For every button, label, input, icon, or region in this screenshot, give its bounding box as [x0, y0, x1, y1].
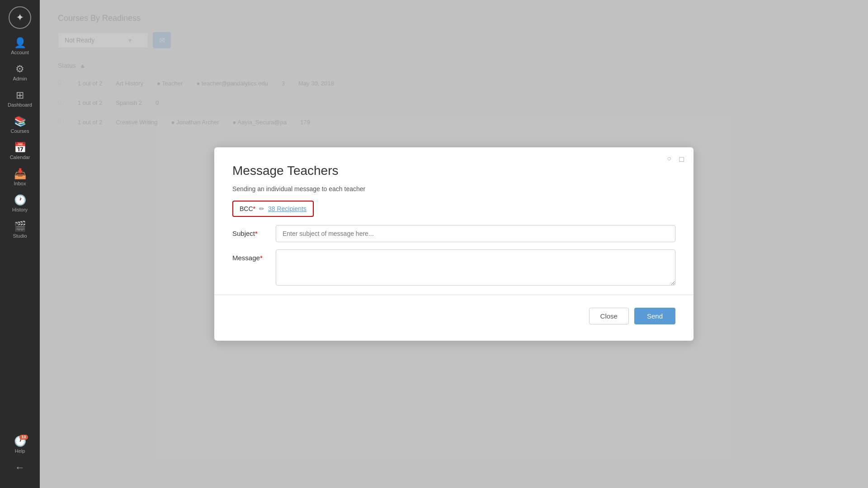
sidebar-item-label: Inbox	[14, 181, 26, 186]
sidebar-item-label: Studio	[13, 233, 27, 239]
modal-footer: Close Send	[232, 304, 675, 324]
modal-title: Message Teachers	[232, 164, 675, 178]
studio-icon: 🎬	[14, 221, 26, 231]
recipients-link[interactable]: 38 Recipients	[268, 205, 307, 212]
sidebar-item-label: Account	[11, 50, 29, 55]
message-row: Message*	[232, 249, 675, 286]
sidebar-item-courses[interactable]: 📚 Courses	[0, 112, 40, 138]
message-textarea[interactable]	[276, 249, 675, 286]
modal-top-icons: ○ ◻	[667, 155, 684, 163]
close-button[interactable]: Close	[589, 308, 629, 324]
sidebar-item-label: Admin	[13, 76, 27, 81]
pencil-icon: ✏	[259, 205, 264, 212]
sidebar: ✦ 👤 Account ⚙ Admin ⊞ Dashboard 📚 Course…	[0, 0, 40, 488]
sidebar-item-label: Dashboard	[8, 102, 32, 108]
modal-overlay: ○ ◻ Message Teachers Sending an individu…	[40, 0, 868, 488]
calendar-icon: 📅	[14, 143, 26, 153]
collapse-icon: ←	[15, 463, 25, 473]
inbox-icon: 📥	[14, 169, 26, 179]
modal-divider	[214, 295, 693, 295]
sidebar-bottom: 🕐 10 Help ←	[0, 432, 40, 479]
minimize-icon[interactable]: ○	[667, 155, 671, 163]
expand-icon[interactable]: ◻	[679, 155, 684, 163]
bcc-field: BCC* ✏ 38 Recipients	[232, 201, 314, 217]
help-badge-count: 10	[19, 435, 28, 440]
logo-icon: ✦	[16, 12, 24, 23]
history-icon: 🕐	[14, 195, 26, 205]
message-label: Message*	[232, 249, 269, 262]
sidebar-item-label: Courses	[11, 128, 29, 134]
sidebar-item-help[interactable]: 🕐 10 Help	[0, 432, 40, 458]
sidebar-collapse-button[interactable]: ←	[0, 458, 40, 479]
main-content: Courses By Readiness Not Ready ✉ Status …	[40, 0, 868, 488]
message-teachers-modal: ○ ◻ Message Teachers Sending an individu…	[214, 147, 693, 341]
courses-icon: 📚	[14, 117, 26, 127]
modal-subtitle: Sending an individual message to each te…	[232, 185, 675, 192]
subject-label: Subject*	[232, 225, 269, 237]
subject-row: Subject*	[232, 225, 675, 242]
sidebar-item-label: History	[12, 207, 28, 212]
app-logo[interactable]: ✦	[9, 6, 31, 29]
bcc-label: BCC*	[240, 205, 255, 212]
sidebar-item-dashboard[interactable]: ⊞ Dashboard	[0, 86, 40, 112]
sidebar-item-inbox[interactable]: 📥 Inbox	[0, 164, 40, 191]
subject-input[interactable]	[276, 225, 675, 242]
send-button[interactable]: Send	[634, 308, 675, 324]
account-icon: 👤	[14, 38, 26, 48]
sidebar-item-account[interactable]: 👤 Account	[0, 33, 40, 60]
admin-icon: ⚙	[15, 64, 24, 74]
sidebar-item-label: Calendar	[10, 155, 30, 160]
help-icon: 🕐 10	[14, 436, 26, 446]
sidebar-item-admin[interactable]: ⚙ Admin	[0, 60, 40, 86]
dashboard-icon: ⊞	[16, 90, 24, 100]
sidebar-item-calendar[interactable]: 📅 Calendar	[0, 138, 40, 164]
sidebar-item-studio[interactable]: 🎬 Studio	[0, 217, 40, 243]
sidebar-item-history[interactable]: 🕐 History	[0, 191, 40, 217]
help-label: Help	[15, 448, 25, 454]
